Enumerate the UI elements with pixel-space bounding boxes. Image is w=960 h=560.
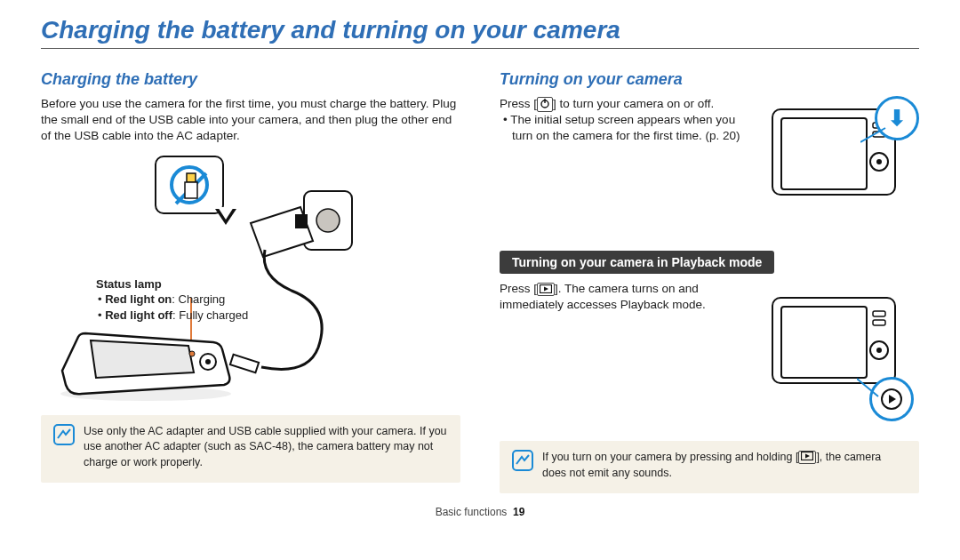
playback-icon-small: [798, 451, 816, 464]
charging-illustration: Status lamp Red light on: Charging Red l…: [41, 156, 460, 404]
svg-rect-27: [513, 451, 532, 470]
power-icon: [537, 97, 553, 112]
playback-tip-text: If you turn on your camera by pressing a…: [542, 450, 907, 481]
status-on: Red light on: Charging: [107, 292, 248, 308]
svg-rect-4: [295, 214, 308, 228]
note-icon: [53, 424, 75, 471]
svg-point-8: [205, 359, 211, 364]
svg-marker-29: [805, 454, 810, 459]
camera-controls-illustration-2: [869, 309, 889, 375]
arrow-down-icon: ⬇: [888, 106, 906, 131]
status-lamp-header: Status lamp: [96, 276, 248, 292]
callout-leader-line-2: [857, 377, 880, 400]
camera-rear-illustration: [57, 330, 235, 401]
turning-on-heading: Turning on your camera: [500, 70, 919, 89]
status-off: Red light off: Fully charged: [107, 308, 248, 324]
charging-heading: Charging the battery: [41, 70, 460, 89]
svg-rect-20: [873, 311, 885, 316]
svg-point-3: [316, 209, 340, 232]
playback-tip-box: If you turn on your camera by pressing a…: [500, 441, 919, 493]
charging-tip-box: Use only the AC adapter and USB cable su…: [41, 415, 460, 484]
footer-page-number: 19: [513, 506, 524, 518]
callout-leader-line: [860, 126, 887, 144]
status-lamp-block: Status lamp Red light on: Charging Red l…: [96, 276, 248, 324]
svg-line-24: [857, 379, 878, 396]
svg-line-15: [860, 128, 885, 142]
playback-mode-heading: Turning on your camera in Playback mode: [500, 251, 774, 274]
right-column: Turning on your camera ⬇: [500, 70, 919, 493]
footer-section: Basic functions: [436, 506, 508, 518]
playback-illustration: [759, 284, 919, 418]
power-on-illustration: ⬇: [759, 96, 919, 229]
playback-thumb-icon: [880, 388, 903, 411]
svg-point-19: [876, 348, 882, 353]
svg-point-12: [876, 159, 882, 164]
camera-back-illustration-2: [772, 297, 896, 384]
svg-point-9: [189, 351, 195, 356]
playback-icon: [537, 283, 555, 297]
page-footer: Basic functions 19: [41, 506, 919, 518]
charging-tip-text: Use only the AC adapter and USB cable su…: [84, 424, 448, 471]
left-column: Charging the battery Before you use the …: [41, 70, 460, 493]
svg-rect-10: [54, 425, 74, 444]
note-icon-2: [512, 450, 533, 481]
manual-page: Charging the battery and turning on your…: [0, 0, 960, 527]
svg-marker-26: [544, 286, 548, 291]
charging-intro: Before you use the camera for the first …: [41, 96, 460, 145]
two-column-layout: Charging the battery Before you use the …: [41, 70, 919, 493]
page-title: Charging the battery and turning on your…: [41, 16, 919, 49]
svg-rect-21: [873, 320, 885, 325]
